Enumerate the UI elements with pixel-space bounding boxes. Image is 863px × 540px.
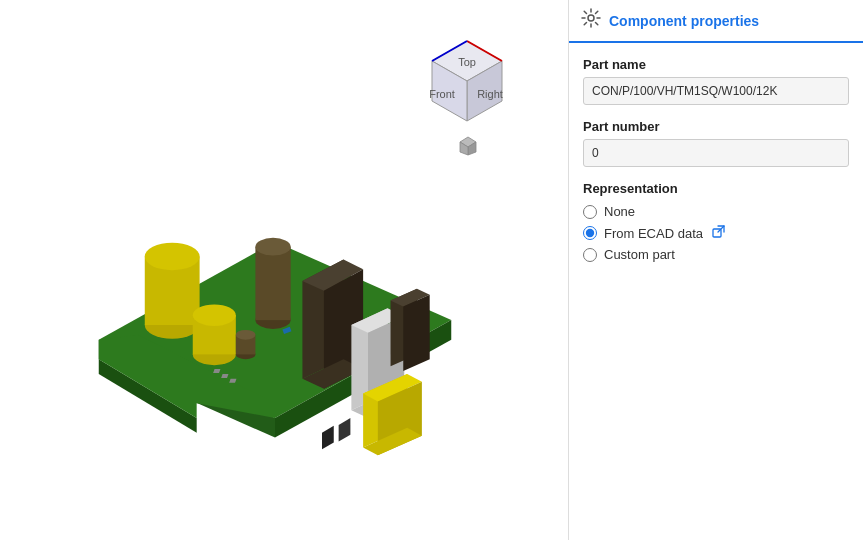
pcb-scene bbox=[40, 140, 510, 510]
radio-none[interactable] bbox=[583, 205, 597, 219]
radio-ecad-label: From ECAD data bbox=[604, 226, 703, 241]
radio-custom-label: Custom part bbox=[604, 247, 675, 262]
radio-none-label: None bbox=[604, 204, 635, 219]
svg-marker-49 bbox=[403, 295, 429, 371]
part-number-group: Part number 0 bbox=[583, 119, 849, 167]
properties-panel: Component properties Part name CON/P/100… bbox=[568, 0, 863, 540]
external-link-icon[interactable] bbox=[712, 225, 725, 241]
part-number-value: 0 bbox=[583, 139, 849, 167]
svg-point-31 bbox=[193, 304, 236, 326]
representation-label: Representation bbox=[583, 181, 849, 196]
svg-rect-33 bbox=[255, 247, 290, 320]
part-number-label: Part number bbox=[583, 119, 849, 134]
svg-text:Front: Front bbox=[429, 88, 455, 100]
representation-option-ecad[interactable]: From ECAD data bbox=[583, 225, 849, 241]
part-name-label: Part name bbox=[583, 57, 849, 72]
panel-content: Part name CON/P/100/VH/TM1SQ/W100/12K Pa… bbox=[569, 43, 863, 540]
representation-option-custom[interactable]: Custom part bbox=[583, 247, 849, 262]
radio-ecad[interactable] bbox=[583, 226, 597, 240]
svg-point-34 bbox=[255, 238, 290, 256]
representation-radio-group: None From ECAD data Custom bbox=[583, 204, 849, 262]
part-name-group: Part name CON/P/100/VH/TM1SQ/W100/12K bbox=[583, 57, 849, 105]
representation-option-none[interactable]: None bbox=[583, 204, 849, 219]
svg-point-28 bbox=[145, 243, 200, 270]
part-name-value: CON/P/100/VH/TM1SQ/W100/12K bbox=[583, 77, 849, 105]
svg-point-59 bbox=[588, 15, 594, 21]
panel-title: Component properties bbox=[609, 13, 759, 29]
representation-group: Representation None From ECAD data bbox=[583, 181, 849, 262]
svg-marker-57 bbox=[322, 426, 334, 450]
radio-custom[interactable] bbox=[583, 248, 597, 262]
3d-viewport[interactable]: Top Front Right bbox=[0, 0, 568, 540]
svg-marker-58 bbox=[339, 418, 351, 442]
svg-point-52 bbox=[236, 330, 256, 340]
svg-text:Right: Right bbox=[477, 88, 503, 100]
nav-cube[interactable]: Top Front Right bbox=[420, 36, 515, 146]
panel-header: Component properties bbox=[569, 0, 863, 43]
svg-text:Top: Top bbox=[458, 56, 476, 68]
component-properties-icon bbox=[581, 8, 601, 33]
